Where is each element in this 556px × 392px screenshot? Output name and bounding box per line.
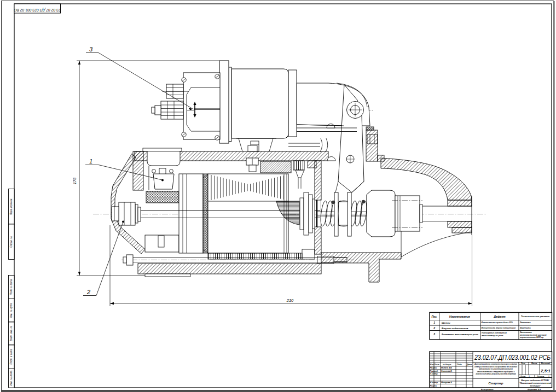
svg-text:Наименование: Наименование xyxy=(449,315,470,318)
svg-text:Подп.: Подп. xyxy=(457,364,462,366)
svg-text:Справ. №: Справ. № xyxy=(10,236,13,248)
svg-text:Лист: Лист xyxy=(520,376,525,378)
svg-text:станции технического обслужива: станции технического обслуживания 48 лег… xyxy=(474,366,517,368)
svg-text:23.02.07.ДП.023.001.02 РСБ: 23.02.07.ДП.023.001.02 РСБ xyxy=(474,354,551,361)
svg-text:Дата: Дата xyxy=(466,364,472,366)
svg-text:175: 175 xyxy=(72,177,77,184)
svg-text:Т.контр.: Т.контр. xyxy=(430,373,438,375)
svg-text:Дипломная работа электротехнич: Дипломная работа электротехнического уча… xyxy=(474,363,517,365)
svg-text:Заменить: Заменить xyxy=(520,321,531,324)
svg-text:1: 1 xyxy=(548,376,549,378)
svg-text:Зачистить: Зачистить xyxy=(520,331,532,334)
svg-text:Контакты втягивающего реле: Контакты втягивающего реле xyxy=(442,333,479,336)
svg-text:отечественными и наружными при: отечественными и наружными приборами с xyxy=(477,371,515,373)
svg-text:Втулки подшипников: Втулки подшипников xyxy=(442,327,468,330)
svg-text:мелкозернистой шкуркой: мелкозернистой шкуркой xyxy=(520,334,547,336)
svg-text:Макарова А.: Макарова А. xyxy=(441,382,453,384)
svg-text:Подп. и дата: Подп. и дата xyxy=(10,279,13,295)
svg-text:Реценз.: Реценз. xyxy=(430,385,437,387)
svg-text:Формат А3: Формат А3 xyxy=(528,388,541,391)
svg-text:Руковод.: Руковод. xyxy=(430,370,438,372)
svg-text:"Камчатский политехнический: "Камчатский политехнический xyxy=(519,382,551,384)
svg-text:3: 3 xyxy=(433,332,435,336)
svg-text:Изм Лист: Изм Лист xyxy=(430,364,439,366)
svg-text:№ докум.: № докум. xyxy=(443,364,451,366)
svg-text:Масштаб: Масштаб xyxy=(541,362,551,365)
svg-text:Поз.: Поз. xyxy=(431,315,437,318)
svg-text:Изношенность щеток более 25%: Изношенность щеток более 25% xyxy=(482,321,513,324)
svg-text:2: 2 xyxy=(86,289,90,295)
svg-text:23.02.07.ДП.023.001.02 ВО: 23.02.07.ДП.023.001.02 ВО xyxy=(14,8,61,12)
svg-text:Разраб.: Разраб. xyxy=(430,367,437,369)
svg-text:зернистостью 1000 гр: зернистостью 1000 гр xyxy=(520,336,544,338)
svg-text:Н.контр.: Н.контр. xyxy=(430,382,438,384)
svg-text:Листов: Листов xyxy=(536,376,544,378)
svg-text:2,5:1: 2,5:1 xyxy=(540,368,550,373)
svg-text:автомобилей по ремонту автомоб: автомобилей по ремонту автомобилей xyxy=(479,368,513,370)
svg-text:1: 1 xyxy=(89,158,92,165)
svg-text:Второе отделение КГПОАУ: Второе отделение КГПОАУ xyxy=(522,379,550,382)
svg-text:Масса: Масса xyxy=(531,362,537,365)
svg-text:3: 3 xyxy=(89,46,93,52)
svg-text:Копировал: Копировал xyxy=(481,388,494,391)
svg-text:втягивающего реле: втягивающего реле xyxy=(482,335,503,337)
svg-text:Перв. примен.: Перв. примен. xyxy=(10,198,13,215)
svg-text:1: 1 xyxy=(433,321,435,324)
svg-text:210: 210 xyxy=(286,298,294,303)
svg-text:Щетки: Щетки xyxy=(442,321,450,324)
svg-text:Инв. № дубл.: Инв. № дубл. xyxy=(10,303,13,318)
svg-text:Минаев А.В.: Минаев А.В. xyxy=(441,367,453,369)
svg-text:Взам. инв. №: Взам. инв. № xyxy=(10,326,13,341)
svg-text:Стартер: Стартер xyxy=(489,382,504,385)
svg-text:Технологические указания: Технологические указания xyxy=(521,315,550,318)
svg-text:заменой основных режимов ремон: заменой основных режимов ремонта стартер… xyxy=(476,373,516,375)
svg-text:Изношенность втулок подшипнико: Изношенность втулок подшипников xyxy=(482,327,516,329)
svg-text:Инв. № подл.: Инв. № подл. xyxy=(10,370,13,386)
svg-text:Заменить: Заменить xyxy=(520,327,531,329)
svg-text:2: 2 xyxy=(433,326,435,330)
svg-text:Лит.: Лит. xyxy=(520,362,525,365)
svg-text:техникум": техникум" xyxy=(530,385,541,387)
svg-text:Дефект: Дефект xyxy=(493,315,506,318)
svg-text:Подп. и дата: Подп. и дата xyxy=(10,348,13,364)
svg-text:Подгорание контактов: Подгорание контактов xyxy=(482,332,507,334)
svg-text:1: 1 xyxy=(529,376,530,378)
svg-text:Соколова Е.: Соколова Е. xyxy=(441,370,453,372)
